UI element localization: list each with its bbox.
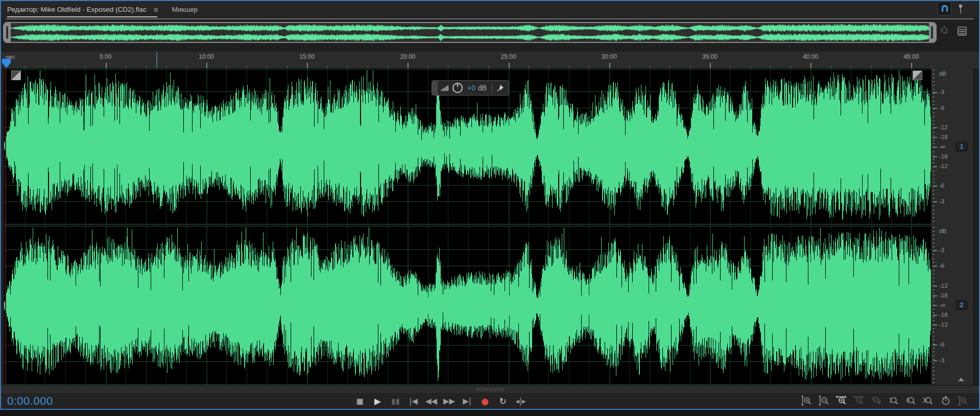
channel-divider[interactable]	[4, 224, 931, 226]
skip-to-start-button[interactable]: |◀	[405, 394, 422, 408]
scale-major-tick	[933, 305, 937, 306]
ruler-major-tick	[810, 63, 811, 68]
ruler-time-label: 25:00	[501, 53, 516, 60]
playhead-line[interactable]	[5, 68, 6, 385]
rewind-button[interactable]: ◀◀	[423, 394, 440, 408]
gain-value[interactable]: +0	[467, 84, 475, 92]
ruler-minor-tick	[851, 65, 851, 68]
scale-minor-tick	[933, 289, 935, 290]
scale-major-tick	[933, 360, 937, 361]
loop-playback-button[interactable]: ↻	[494, 394, 511, 408]
hud-drag-handle[interactable]	[432, 81, 438, 95]
view-range-left-handle[interactable]	[4, 23, 11, 42]
stop-button[interactable]: ■	[351, 394, 368, 408]
ruler-minor-tick	[247, 65, 247, 68]
ruler-minor-tick	[629, 65, 630, 68]
play-button[interactable]: ▶	[369, 394, 386, 408]
scale-major-tick	[933, 147, 937, 148]
tab-editor[interactable]: Редактор: Mike Oldfield - Exposed (CD2).…	[7, 1, 157, 18]
ruler-minor-tick	[891, 65, 892, 68]
ruler-major-tick	[710, 63, 711, 68]
scale-minor-tick	[933, 235, 935, 236]
marker-pin-icon[interactable]	[954, 2, 967, 15]
scale-major-tick	[933, 266, 937, 267]
zoom-in-time-button[interactable]	[833, 394, 849, 408]
scale-minor-tick	[933, 297, 935, 298]
gutter-grip-icon[interactable]	[476, 388, 505, 391]
ruler-minor-tick	[388, 65, 388, 68]
channel-badge-1[interactable]: 1	[956, 142, 967, 151]
scale-minor-tick	[933, 74, 935, 75]
scale-scroll-up-icon[interactable]	[958, 378, 964, 381]
scale-db-label: -3	[939, 247, 944, 253]
zoom-reset-button[interactable]	[868, 394, 884, 408]
ruler-minor-tick	[45, 65, 45, 68]
scale-minor-tick	[933, 97, 935, 98]
scale-minor-tick	[933, 328, 935, 329]
panel-list-icon[interactable]	[955, 24, 969, 38]
scale-minor-tick	[933, 89, 935, 90]
gain-hud[interactable]: +0 dB	[432, 80, 509, 96]
tab-mixer[interactable]: Микшер	[172, 1, 198, 18]
overview-waveform[interactable]	[11, 23, 929, 42]
shuttle-button[interactable]: ◂|▸	[512, 394, 529, 408]
scale-major-tick	[933, 108, 937, 109]
scale-major-tick	[933, 92, 937, 93]
panel-menu-icon[interactable]: ≡	[154, 5, 158, 14]
ruler-minor-tick	[589, 65, 589, 68]
ruler-minor-tick	[468, 65, 469, 68]
zoom-out-amplitude-button[interactable]	[816, 394, 832, 408]
ruler-time-label: 20:00	[400, 53, 415, 60]
ruler-minor-tick	[267, 65, 267, 68]
skip-to-end-button[interactable]: ▶|	[459, 394, 475, 408]
transport-buttons: ■▶▮▮|◀◀◀▶▶▶|●↻◂|▸	[351, 393, 529, 409]
corner-handle-left-icon[interactable]	[11, 71, 21, 80]
ruler-minor-tick	[126, 65, 126, 68]
ruler-major-tick	[509, 63, 510, 68]
scale-minor-tick	[933, 254, 935, 255]
ruler-minor-tick	[569, 65, 569, 68]
fast-forward-button[interactable]: ▶▶	[441, 394, 458, 408]
zoom-to-in-point-button[interactable]	[886, 394, 901, 408]
record-button[interactable]: ●	[476, 394, 493, 408]
timeline-marker[interactable]	[156, 52, 157, 68]
zoom-at-playhead-button[interactable]	[955, 394, 971, 408]
current-time-display[interactable]: 0:00.000	[7, 395, 53, 408]
scale-db-label: -12	[939, 283, 948, 289]
waveform-channel-2[interactable]	[4, 226, 931, 385]
scale-minor-tick	[933, 210, 935, 211]
scale-minor-tick	[933, 231, 935, 232]
scale-minor-tick	[933, 320, 935, 321]
zoom-out-time-button[interactable]	[851, 394, 867, 408]
scale-major-tick	[933, 250, 937, 251]
scale-minor-tick	[933, 132, 935, 133]
scale-minor-tick	[933, 382, 935, 383]
channel-badge-2[interactable]: 2	[956, 301, 967, 310]
pause-zoom-button[interactable]	[938, 394, 953, 408]
timeline-ruler[interactable]: чмс 5:0010:0015:0020:0025:0030:0035:0040…	[1, 52, 979, 68]
scale-db-label: -∞	[939, 144, 945, 150]
playhead-handle[interactable]	[2, 59, 11, 68]
waveform-display[interactable]: +0 dB	[4, 68, 931, 385]
snap-magnet-icon[interactable]	[938, 2, 951, 15]
db-scale-panel[interactable]: dB-3-6-12-18-∞-18-12-6-31dB-3-6-12-18-∞-…	[932, 68, 973, 385]
ruler-time-label: 35:00	[702, 53, 718, 60]
ruler-minor-tick	[670, 65, 670, 68]
scale-minor-tick	[933, 339, 935, 340]
scale-minor-tick	[933, 182, 935, 183]
hud-pin-icon[interactable]	[496, 84, 505, 92]
corner-handle-right-icon[interactable]	[913, 71, 922, 80]
gain-knob[interactable]	[452, 83, 463, 93]
zoom-in-amplitude-button[interactable]	[799, 394, 815, 408]
overview-strip[interactable]	[3, 22, 937, 43]
zoom-to-selection-button[interactable]	[920, 394, 936, 408]
scale-db-label: -12	[939, 321, 948, 328]
navigate-zoom-icon[interactable]	[938, 24, 952, 38]
view-range-right-handle[interactable]	[929, 23, 936, 42]
scale-minor-tick	[933, 124, 935, 125]
zoom-to-out-point-button[interactable]	[903, 394, 919, 408]
ruler-time-label: 45:00	[903, 53, 919, 60]
panel-resize-gutter[interactable]	[1, 386, 979, 393]
view-range-frame[interactable]	[3, 22, 937, 43]
pause-button[interactable]: ▮▮	[387, 394, 404, 408]
